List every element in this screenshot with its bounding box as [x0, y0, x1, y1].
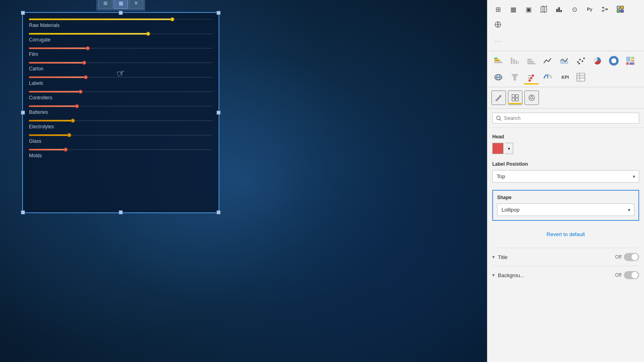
widget-toolbar-btn-2[interactable]: ▦: [114, 0, 128, 9]
viz-icon-line[interactable]: [540, 53, 555, 68]
chart-item-label: Carton: [29, 66, 213, 72]
viz-icon-kpi[interactable]: KPI: [557, 70, 572, 85]
svg-rect-24: [527, 61, 534, 62]
icon-strip: ⊞ ▦ ▣ ⊙ Py ...: [487, 0, 644, 51]
svg-marker-44: [511, 74, 518, 80]
map2-icon-btn[interactable]: [491, 17, 505, 32]
viz-icon-stacked-bar[interactable]: [491, 53, 506, 68]
chart-bar: [29, 31, 213, 36]
chart-item-label: Corrugate: [29, 37, 213, 43]
chart-item-label: Molds: [29, 153, 213, 158]
viz-icon-donut[interactable]: [606, 53, 621, 68]
resize-handle-top-left[interactable]: [21, 11, 25, 15]
svg-point-28: [577, 61, 579, 63]
head-color-swatch[interactable]: [492, 143, 504, 154]
chart-item: Labels: [29, 75, 213, 86]
resize-handle-bottom-right[interactable]: [217, 210, 221, 214]
svg-rect-5: [560, 10, 562, 12]
svg-rect-17: [494, 62, 502, 63]
shape-select[interactable]: Lollipop Bar Circle Diamond: [497, 204, 634, 216]
chart-bar: [29, 89, 213, 94]
svg-rect-20: [511, 58, 512, 64]
svg-rect-59: [512, 98, 515, 101]
format-visual-btn[interactable]: [508, 90, 522, 105]
viz-icon-bar2[interactable]: [507, 53, 522, 68]
label-position-label: Label Posistion: [492, 161, 639, 167]
search-input[interactable]: [504, 115, 636, 121]
matrix-icon-btn[interactable]: ▦: [506, 2, 520, 16]
title-toggle-switch[interactable]: [624, 253, 639, 261]
svg-rect-12: [621, 6, 623, 9]
chart-item: Molds: [29, 147, 213, 158]
svg-rect-60: [516, 98, 518, 101]
svg-line-10: [604, 9, 606, 11]
svg-rect-57: [512, 95, 515, 97]
right-panel: ⊞ ▦ ▣ ⊙ Py ...: [487, 0, 644, 362]
svg-line-65: [500, 119, 502, 121]
svg-rect-37: [631, 57, 634, 59]
svg-point-64: [497, 116, 500, 119]
resize-handle-bottom-left[interactable]: [21, 210, 25, 214]
chart-item: Batteries: [29, 104, 213, 115]
more-icon-btn[interactable]: ...: [491, 33, 505, 47]
gauge-icon-btn[interactable]: ⊙: [567, 2, 582, 16]
svg-rect-19: [494, 58, 497, 59]
label-position-select[interactable]: Top Bottom Left Right Auto: [492, 170, 639, 183]
title-toggle-row: ▾ Title Off: [492, 248, 639, 266]
canvas-area: ⊞ ▦ ✕ Raw Materials Co: [0, 0, 487, 362]
chart-item-label: Labels: [29, 80, 213, 86]
resize-handle-top-center[interactable]: [119, 11, 123, 15]
viz-icon-area[interactable]: [557, 53, 572, 68]
chart-bar-dot: [64, 148, 68, 152]
background-toggle-label: Backgrou...: [498, 272, 615, 278]
chart-bar-dot: [146, 32, 150, 36]
table-icon-btn[interactable]: ⊞: [491, 2, 505, 16]
background-toggle-switch[interactable]: [624, 271, 639, 279]
widget-toolbar-btn-3[interactable]: ✕: [129, 0, 143, 9]
viz-icon-gauge[interactable]: [540, 70, 555, 85]
python-icon-btn[interactable]: Py: [582, 2, 597, 16]
title-chevron: ▾: [492, 254, 495, 260]
viz-icon-col[interactable]: [524, 53, 539, 68]
head-color-dropdown-btn[interactable]: ▾: [505, 143, 513, 154]
search-box[interactable]: [492, 113, 639, 123]
viz-icon-scatter[interactable]: [573, 53, 588, 68]
chart-bar: [29, 75, 213, 80]
svg-point-8: [602, 10, 604, 12]
viz-icon-treemap[interactable]: [623, 53, 638, 68]
properties-panel: Head ▾ Label Posistion Top Bottom Left R…: [487, 128, 644, 362]
viz-icon-pie[interactable]: [590, 53, 605, 68]
resize-handle-bottom-center[interactable]: [119, 210, 123, 214]
viz-icon-table2[interactable]: [573, 70, 588, 85]
background-toggle-thumb: [632, 272, 638, 278]
svg-point-32: [578, 63, 580, 64]
chart-bar-fill: [29, 62, 84, 64]
resize-handle-middle-right[interactable]: [217, 111, 221, 115]
card-icon-btn[interactable]: ▣: [521, 2, 536, 16]
chart-item: Electrolytes: [29, 118, 213, 130]
format-paintbrush-btn[interactable]: [491, 90, 506, 105]
head-label: Head: [492, 134, 639, 140]
chart-item-label: Film: [29, 51, 213, 57]
svg-rect-58: [516, 95, 518, 97]
title-toggle-track: [624, 253, 639, 261]
barchart-icon-btn[interactable]: [552, 2, 566, 16]
svg-rect-11: [617, 6, 620, 9]
viz-icon-lollipop[interactable]: [524, 70, 539, 85]
resize-handle-top-right[interactable]: [217, 11, 221, 15]
chart-widget[interactable]: ⊞ ▦ ✕ Raw Materials Co: [22, 12, 219, 213]
chart-bar: [29, 147, 213, 152]
chart-bar-dot: [82, 61, 86, 65]
chart-item: Glass: [29, 133, 213, 144]
map-icon-btn[interactable]: [537, 2, 551, 16]
flow-icon-btn[interactable]: [598, 2, 612, 16]
viz-icon-funnel[interactable]: [507, 70, 522, 85]
viz-icon-map[interactable]: [491, 70, 506, 85]
resize-handle-middle-left[interactable]: [21, 111, 25, 115]
chart-bar: [29, 118, 213, 123]
scatter-icon-btn[interactable]: [613, 2, 627, 16]
revert-button[interactable]: Revert to default: [492, 228, 639, 241]
chart-bar-fill: [29, 105, 77, 107]
format-analytics-btn[interactable]: [524, 90, 539, 105]
widget-toolbar-btn-1[interactable]: ⊞: [98, 0, 113, 9]
